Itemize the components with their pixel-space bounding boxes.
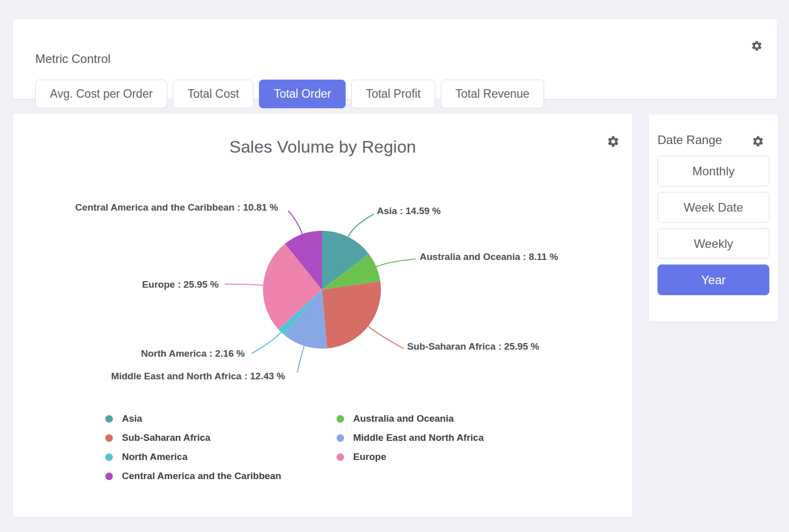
legend-dot-europe bbox=[337, 453, 344, 461]
range-button-weekly[interactable]: Weekly bbox=[658, 228, 769, 259]
metric-control-card: Metric Control Avg. Cost per OrderTotal … bbox=[13, 19, 777, 99]
pie-slice-sub-saharan-africa[interactable] bbox=[322, 281, 381, 348]
metric-button-total-cost[interactable]: Total Cost bbox=[173, 80, 253, 108]
leader-line-australia-and-oceania bbox=[376, 259, 416, 267]
legend-label-north-america: North America bbox=[122, 451, 187, 462]
leader-line-europe bbox=[225, 284, 263, 285]
legend-item-middle-east-and-north-africa[interactable]: Middle East and North Africa bbox=[337, 428, 484, 447]
legend-dot-north-america bbox=[105, 453, 113, 461]
legend-item-australia-and-oceania[interactable]: Australia and Oceania bbox=[337, 409, 484, 428]
metric-button-avg-cost-per-order[interactable]: Avg. Cost per Order bbox=[35, 80, 167, 108]
leader-line-middle-east-and-north-africa bbox=[297, 346, 304, 373]
leader-line-asia bbox=[348, 214, 374, 237]
metric-settings-gear-icon[interactable] bbox=[751, 40, 763, 52]
legend-dot-central-america-and-the-caribbean bbox=[105, 473, 113, 480]
legend-label-central-america-and-the-caribbean: Central America and the Caribbean bbox=[122, 471, 281, 482]
callout-label-europe: Europe : 25.95 % bbox=[142, 279, 219, 291]
legend-item-sub-saharan-africa[interactable]: Sub-Saharan Africa bbox=[105, 428, 337, 447]
legend-label-australia-and-oceania: Australia and Oceania bbox=[353, 413, 454, 424]
legend-dot-australia-and-oceania bbox=[337, 415, 344, 423]
range-button-year[interactable]: Year bbox=[658, 264, 769, 295]
legend-item-north-america[interactable]: North America bbox=[105, 447, 337, 467]
metric-button-total-revenue[interactable]: Total Revenue bbox=[441, 80, 544, 108]
date-range-buttons-group: MonthlyWeek DateWeeklyYear bbox=[658, 156, 769, 295]
legend-item-europe[interactable]: Europe bbox=[337, 447, 484, 467]
legend-item-central-america-and-the-caribbean[interactable]: Central America and the Caribbean bbox=[105, 467, 337, 486]
date-range-card: Date Range MonthlyWeek DateWeeklyYear bbox=[649, 114, 778, 321]
page-background: { "app": { "background_color": "#f0f1f6"… bbox=[0, 0, 789, 532]
metric-button-total-order[interactable]: Total Order bbox=[259, 80, 346, 108]
date-range-settings-gear-icon[interactable] bbox=[752, 135, 764, 148]
callout-label-asia: Asia : 14.59 % bbox=[377, 205, 441, 217]
chart-legend: AsiaAustralia and OceaniaSub-Saharan Afr… bbox=[105, 409, 484, 486]
callout-label-north-america: North America : 2.16 % bbox=[141, 348, 245, 360]
date-range-title: Date Range bbox=[658, 132, 722, 148]
legend-dot-sub-saharan-africa bbox=[105, 434, 113, 442]
legend-label-sub-saharan-africa: Sub-Saharan Africa bbox=[122, 432, 211, 443]
leader-line-central-america-and-the-caribbean bbox=[288, 211, 302, 234]
metric-control-title: Metric Control bbox=[35, 51, 110, 66]
range-button-monthly[interactable]: Monthly bbox=[658, 156, 769, 186]
legend-label-europe: Europe bbox=[353, 451, 386, 462]
legend-dot-asia bbox=[105, 415, 113, 423]
callout-label-middle-east-and-north-africa: Middle East and North Africa : 12.43 % bbox=[111, 370, 285, 382]
legend-label-middle-east-and-north-africa: Middle East and North Africa bbox=[353, 432, 484, 443]
range-button-week-date[interactable]: Week Date bbox=[658, 192, 769, 223]
sales-volume-chart-card: Sales Volume by Region Asia : 14.59 %Aus… bbox=[13, 114, 632, 517]
metric-buttons-group: Avg. Cost per OrderTotal CostTotal Order… bbox=[35, 80, 544, 108]
leader-line-north-america bbox=[251, 332, 281, 354]
legend-dot-middle-east-and-north-africa bbox=[337, 434, 344, 442]
callout-label-australia-and-oceania: Australia and Oceania : 8.11 % bbox=[420, 251, 558, 263]
legend-label-asia: Asia bbox=[122, 413, 142, 424]
leader-line-sub-saharan-africa bbox=[368, 326, 404, 349]
metric-button-total-profit[interactable]: Total Profit bbox=[351, 80, 435, 108]
callout-label-sub-saharan-africa: Sub-Saharan Africa : 25.95 % bbox=[407, 341, 539, 353]
legend-item-asia[interactable]: Asia bbox=[105, 409, 337, 428]
callout-label-central-america-and-the-caribbean: Central America and the Caribbean : 10.8… bbox=[75, 202, 278, 214]
